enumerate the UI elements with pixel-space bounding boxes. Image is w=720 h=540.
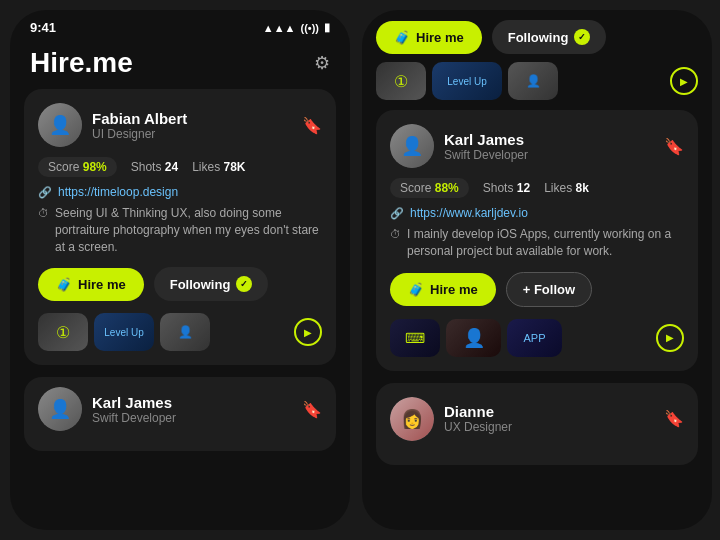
avatar-dianne: 👩 bbox=[390, 397, 434, 441]
bookmark-karl-right[interactable]: 🔖 bbox=[664, 137, 684, 156]
thumb-3-top[interactable]: 👤 bbox=[508, 62, 558, 100]
bookmark-fabian[interactable]: 🔖 bbox=[302, 116, 322, 135]
play-button-fabian[interactable]: ▶ bbox=[294, 318, 322, 346]
top-actions-right: 🧳 Hire me Following ✓ bbox=[362, 10, 712, 62]
fabian-actions: 🧳 Hire me Following ✓ bbox=[38, 267, 322, 301]
karl-right-link-row: 🔗 https://www.karljdev.io bbox=[390, 206, 684, 220]
card-dianne: 👩 Dianne UX Designer 🔖 bbox=[376, 383, 698, 465]
play-button-top[interactable]: ▶ bbox=[670, 67, 698, 95]
check-icon-fabian: ✓ bbox=[236, 276, 252, 292]
thumb-1-fabian[interactable]: ① bbox=[38, 313, 88, 351]
scroll-area-left: 👤 Fabian Albert UI Designer 🔖 Score 98% bbox=[10, 89, 350, 463]
left-phone: 9:41 ▲▲▲ ((•)) ▮ Hire.me ⚙ 👤 bbox=[10, 10, 350, 530]
hire-fabian-button[interactable]: 🧳 Hire me bbox=[38, 268, 144, 301]
wifi-icon: ((•)) bbox=[300, 22, 319, 34]
karl-right-name: Karl James bbox=[444, 131, 528, 148]
dianne-name: Dianne bbox=[444, 403, 512, 420]
app-title-left: Hire.me bbox=[30, 47, 133, 79]
hire-top-button[interactable]: 🧳 Hire me bbox=[376, 21, 482, 54]
fabian-bio: Seeing UI & Thinking UX, also doing some… bbox=[55, 205, 322, 255]
fabian-stats: Score 98% Shots 24 Likes 78K bbox=[38, 157, 322, 177]
following-label-fabian: Following bbox=[170, 277, 231, 292]
fabian-likes: Likes 78K bbox=[192, 160, 245, 174]
fabian-role: UI Designer bbox=[92, 127, 187, 141]
briefcase-icon-top: 🧳 bbox=[394, 30, 410, 45]
karl-preview-header: 👤 Karl James Swift Developer 🔖 bbox=[38, 387, 322, 431]
play-button-karl[interactable]: ▶ bbox=[656, 324, 684, 352]
karl-right-stats: Score 88% Shots 12 Likes 8k bbox=[390, 178, 684, 198]
status-bar-left: 9:41 ▲▲▲ ((•)) ▮ bbox=[10, 10, 350, 39]
karl-right-actions: 🧳 Hire me + Follow bbox=[390, 272, 684, 307]
filter-icon-left[interactable]: ⚙ bbox=[314, 52, 330, 74]
thumb-3-fabian[interactable]: 👤 bbox=[160, 313, 210, 351]
bookmark-dianne[interactable]: 🔖 bbox=[664, 409, 684, 428]
karl-right-likes: Likes 8k bbox=[544, 181, 589, 195]
battery-icon: ▮ bbox=[324, 21, 330, 34]
thumb-1-top[interactable]: ① bbox=[376, 62, 426, 100]
follow-karl-button[interactable]: + Follow bbox=[506, 272, 592, 307]
scroll-area-right: 👤 Karl James Swift Developer 🔖 Score 88% bbox=[362, 110, 712, 465]
karl-portfolio-right: ⌨ 👤 APP ▶ bbox=[390, 319, 684, 357]
karl-right-link[interactable]: https://www.karljdev.io bbox=[410, 206, 528, 220]
bio-icon-fabian: ⏱ bbox=[38, 207, 49, 219]
karl-right-shots: Shots 12 bbox=[483, 181, 530, 195]
following-fabian-button[interactable]: Following ✓ bbox=[154, 267, 269, 301]
following-top-label: Following bbox=[508, 30, 569, 45]
link-icon-fabian: 🔗 bbox=[38, 186, 52, 199]
card-fabian: 👤 Fabian Albert UI Designer 🔖 Score 98% bbox=[24, 89, 336, 365]
karl-right-header: 👤 Karl James Swift Developer 🔖 bbox=[390, 124, 684, 168]
avatar-karl-left: 👤 bbox=[38, 387, 82, 431]
fabian-score-pct: 98% bbox=[83, 160, 107, 174]
following-top-button[interactable]: Following ✓ bbox=[492, 20, 607, 54]
thumb-2-karl[interactable]: 👤 bbox=[446, 319, 501, 357]
time-left: 9:41 bbox=[30, 20, 56, 35]
fabian-score: Score 98% bbox=[38, 157, 117, 177]
avatar-fabian: 👤 bbox=[38, 103, 82, 147]
karl-left-role: Swift Developer bbox=[92, 411, 176, 425]
hire-karl-button[interactable]: 🧳 Hire me bbox=[390, 273, 496, 306]
follow-label-karl: + Follow bbox=[523, 282, 575, 297]
thumb-2-top[interactable]: Level Up bbox=[432, 62, 502, 100]
karl-right-bio: I mainly develop iOS Apps, currently wor… bbox=[407, 226, 684, 260]
card-fabian-header: 👤 Fabian Albert UI Designer 🔖 bbox=[38, 103, 322, 147]
karl-right-role: Swift Developer bbox=[444, 148, 528, 162]
fabian-shots: Shots 24 bbox=[131, 160, 178, 174]
thumb-2-fabian[interactable]: Level Up bbox=[94, 313, 154, 351]
karl-right-score-pct: 88% bbox=[435, 181, 459, 195]
bookmark-karl-left[interactable]: 🔖 bbox=[302, 400, 322, 419]
status-icons-left: ▲▲▲ ((•)) ▮ bbox=[263, 21, 330, 34]
thumb-1-karl[interactable]: ⌨ bbox=[390, 319, 440, 357]
fabian-name: Fabian Albert bbox=[92, 110, 187, 127]
bio-icon-karl: ⏱ bbox=[390, 228, 401, 240]
dianne-role: UX Designer bbox=[444, 420, 512, 434]
fabian-link-row: 🔗 https://timeloop.design bbox=[38, 185, 322, 199]
signal-icon: ▲▲▲ bbox=[263, 22, 296, 34]
card-karl-preview: 👤 Karl James Swift Developer 🔖 bbox=[24, 377, 336, 451]
app-header-left: Hire.me ⚙ bbox=[10, 39, 350, 89]
dianne-header: 👩 Dianne UX Designer 🔖 bbox=[390, 397, 684, 441]
thumb-3-karl[interactable]: APP bbox=[507, 319, 562, 357]
right-phone: 🧳 Hire me Following ✓ ① Level Up 👤 ▶ 👤 bbox=[362, 10, 712, 530]
briefcase-icon-karl: 🧳 bbox=[408, 282, 424, 297]
karl-right-score: Score 88% bbox=[390, 178, 469, 198]
fabian-portfolio: ① Level Up 👤 ▶ bbox=[38, 313, 322, 351]
fabian-bio-row: ⏱ Seeing UI & Thinking UX, also doing so… bbox=[38, 205, 322, 255]
link-icon-karl: 🔗 bbox=[390, 207, 404, 220]
avatar-karl-right: 👤 bbox=[390, 124, 434, 168]
check-icon-top: ✓ bbox=[574, 29, 590, 45]
card-karl-right: 👤 Karl James Swift Developer 🔖 Score 88% bbox=[376, 110, 698, 371]
karl-right-bio-row: ⏱ I mainly develop iOS Apps, currently w… bbox=[390, 226, 684, 260]
fabian-link[interactable]: https://timeloop.design bbox=[58, 185, 178, 199]
briefcase-icon-fabian: 🧳 bbox=[56, 277, 72, 292]
top-portfolio-right: ① Level Up 👤 ▶ bbox=[362, 62, 712, 110]
karl-left-name: Karl James bbox=[92, 394, 176, 411]
